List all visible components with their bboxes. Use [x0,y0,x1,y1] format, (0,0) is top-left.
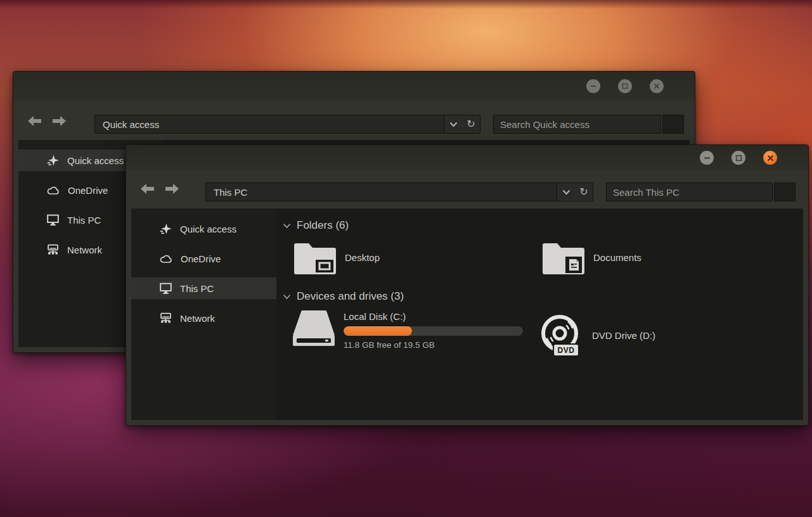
address-text[interactable]: Quick access [95,115,444,133]
search-box [493,115,661,134]
maximize-button[interactable] [618,79,632,93]
minimize-button[interactable] [700,151,714,165]
drive-label: DVD Drive (D:) [592,330,655,341]
drive-tile-dvd[interactable]: DVD DVD Drive (D:) [531,310,780,358]
search-input[interactable] [607,183,772,201]
back-button[interactable] [27,113,42,129]
address-bar-controls: ↻ [557,183,593,201]
section-collapse-chevron-icon [283,223,291,229]
address-dropdown-button[interactable] [557,183,575,201]
sidebar-item-onedrive[interactable]: OneDrive [131,248,276,269]
network-icon [46,243,60,256]
close-button[interactable] [763,151,777,165]
window-body: Quick access OneDrive This PC [131,208,803,420]
onedrive-cloud-icon [46,184,60,196]
address-bar[interactable]: Quick access ↻ [94,115,480,134]
address-bar-controls: ↻ [444,115,480,133]
this-pc-monitor-icon [159,282,172,295]
onedrive-cloud-icon [159,252,173,265]
refresh-button[interactable]: ↻ [575,183,593,201]
forward-button[interactable] [51,113,67,129]
chevron-down-icon [449,122,458,127]
sidebar-item-label: This PC [180,283,214,294]
section-header-folders[interactable]: Folders (6) [283,217,803,234]
sidebar-item-network[interactable]: Network [131,307,276,329]
sidebar: Quick access OneDrive This PC [131,208,276,420]
address-bar[interactable]: This PC ↻ [205,182,593,201]
folder-tile-documents[interactable]: Documents [531,239,780,276]
chevron-down-icon [562,189,570,195]
sidebar-item-label: Quick access [67,155,124,166]
disk-free-space-text: 11.8 GB free of 19.5 GB [344,340,523,350]
window-controls [700,151,777,165]
this-pc-monitor-icon [46,214,60,226]
section-collapse-chevron-icon [283,294,291,300]
hard-drive-icon [290,310,337,350]
navigation-toolbar: Quick access ↻ [13,101,695,140]
maximize-button[interactable] [731,151,745,165]
drives-row: Local Disk (C:) 11.8 GB free of 19.5 GB [283,310,803,358]
disk-usage-bar [344,326,523,336]
address-dropdown-button[interactable] [444,115,462,133]
forward-arrow-icon [165,184,179,194]
back-arrow-icon [141,184,155,194]
close-button[interactable] [650,79,664,93]
section-header-devices[interactable]: Devices and drives (3) [283,288,803,305]
back-arrow-icon [28,116,42,126]
file-list-area: Folders (6) Desktop [276,208,803,420]
folder-tile-desktop[interactable]: Desktop [283,239,531,276]
sidebar-item-label: Network [67,245,102,255]
explorer-window-this-pc: This PC ↻ [126,144,809,426]
documents-folder-icon [541,239,586,276]
refresh-icon: ↻ [579,187,588,197]
forward-button[interactable] [164,181,179,196]
forward-arrow-icon [52,116,66,126]
folders-row: Desktop [283,239,803,276]
sidebar-item-label: OneDrive [181,253,221,264]
network-icon [159,312,172,324]
drive-label: Local Disk (C:) [344,311,523,322]
back-button[interactable] [140,181,155,196]
titlebar[interactable] [13,72,695,101]
section-title: Folders (6) [297,219,349,232]
folder-label: Desktop [345,252,380,263]
disk-usage-fill [344,326,412,336]
quick-access-star-icon [159,222,172,236]
dvd-badge: DVD [553,343,579,357]
quick-access-star-icon [46,154,60,167]
maximize-icon [622,83,628,89]
search-go-button[interactable] [662,115,684,134]
titlebar[interactable] [126,145,808,170]
close-icon [654,83,660,89]
sidebar-item-label: OneDrive [68,185,108,196]
folder-label: Documents [593,252,641,263]
sidebar-item-quick-access[interactable]: Quick access [131,218,276,239]
search-input[interactable] [494,115,661,133]
sidebar-item-label: This PC [67,215,101,226]
navigation-toolbar: This PC ↻ [126,170,808,208]
sidebar-item-label: Network [180,313,215,324]
desktop-wallpaper: Quick access ↻ [0,0,812,517]
window-controls [586,79,664,93]
search-box [606,182,773,201]
sidebar-item-label: Quick access [180,224,236,234]
close-icon [767,155,774,162]
minimize-icon [704,155,711,162]
refresh-button[interactable]: ↻ [462,115,480,133]
drive-tile-local-disk[interactable]: Local Disk (C:) 11.8 GB free of 19.5 GB [283,310,531,358]
search-go-button[interactable] [774,182,796,201]
address-text[interactable]: This PC [206,183,557,201]
refresh-icon: ↻ [467,119,475,129]
maximize-icon [735,155,742,162]
minimize-button[interactable] [586,79,600,93]
desktop-folder-icon [293,239,337,276]
sidebar-item-this-pc[interactable]: This PC [131,278,276,299]
section-title: Devices and drives (3) [297,290,404,303]
minimize-icon [590,83,596,89]
